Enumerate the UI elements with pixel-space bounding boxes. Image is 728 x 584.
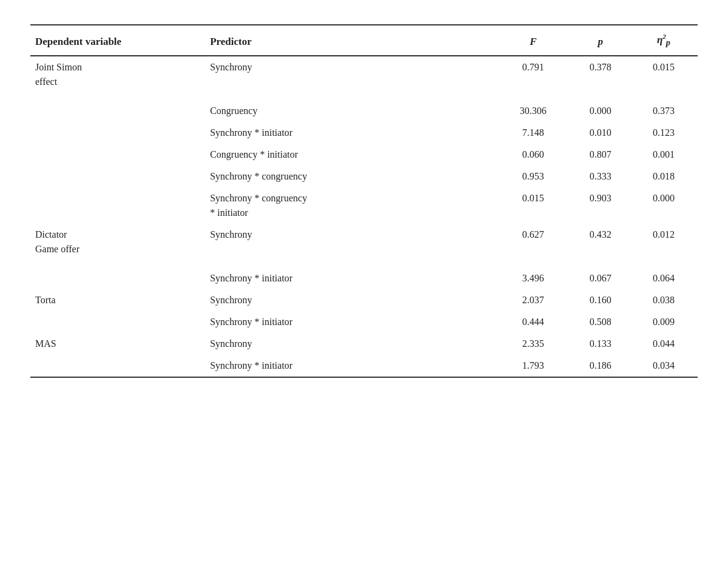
p-value-cell: 0.010 xyxy=(571,122,635,144)
table-row: Synchrony * initiator1.7930.1860.034 xyxy=(30,355,698,377)
eta-value-cell: 0.123 xyxy=(635,122,698,144)
f-value-cell: 3.496 xyxy=(500,267,571,289)
footer-row xyxy=(30,377,698,385)
header-f: F xyxy=(500,25,571,56)
eta-value-cell: 0.373 xyxy=(635,100,698,122)
header-dependent-variable: Dependent variable xyxy=(30,25,205,56)
eta-value-cell: 0.038 xyxy=(635,289,698,311)
predictor-cell: Synchrony xyxy=(205,224,500,260)
f-value-cell: 0.060 xyxy=(500,144,571,166)
dep-var-cell xyxy=(30,144,205,166)
predictor-cell: Synchrony * initiator xyxy=(205,267,500,289)
predictor-cell: Congruency xyxy=(205,100,500,122)
predictor-cell: Synchrony * initiator xyxy=(205,311,500,333)
dep-var-cell xyxy=(30,311,205,333)
dep-var-cell xyxy=(30,267,205,289)
table-row: MASSynchrony2.3350.1330.044 xyxy=(30,333,698,355)
p-value-cell: 0.000 xyxy=(571,100,635,122)
eta-value-cell: 0.015 xyxy=(635,56,698,93)
results-table: Dependent variable Predictor F p η2p Joi… xyxy=(30,24,698,385)
p-value-cell: 0.160 xyxy=(571,289,635,311)
p-value-cell: 0.508 xyxy=(571,311,635,333)
p-value-cell: 0.903 xyxy=(571,187,635,224)
eta-value-cell xyxy=(635,93,698,100)
header-row: Dependent variable Predictor F p η2p xyxy=(30,25,698,56)
p-value-cell: 0.807 xyxy=(571,144,635,166)
dep-var-cell xyxy=(30,355,205,377)
table-row xyxy=(30,93,698,100)
table-row: Synchrony * congruency* initiator0.0150.… xyxy=(30,187,698,224)
eta-value-cell: 0.001 xyxy=(635,144,698,166)
dep-var-cell xyxy=(30,100,205,122)
eta-value-cell: 0.000 xyxy=(635,187,698,224)
table-row: Joint SimoneffectSynchrony0.7910.3780.01… xyxy=(30,56,698,93)
dep-var-cell: MAS xyxy=(30,333,205,355)
eta-value-cell xyxy=(635,260,698,267)
predictor-cell: Synchrony * initiator xyxy=(205,122,500,144)
eta-value-cell: 0.018 xyxy=(635,166,698,187)
predictor-cell: Synchrony * congruency* initiator xyxy=(205,187,500,224)
eta-value-cell: 0.012 xyxy=(635,224,698,260)
p-value-cell: 0.333 xyxy=(571,166,635,187)
f-value-cell: 0.953 xyxy=(500,166,571,187)
table-row: TortaSynchrony2.0370.1600.038 xyxy=(30,289,698,311)
table-row: Congruency * initiator0.0600.8070.001 xyxy=(30,144,698,166)
table-container: Dependent variable Predictor F p η2p Joi… xyxy=(30,24,698,385)
header-eta: η2p xyxy=(635,25,698,56)
dep-var-cell xyxy=(30,166,205,187)
dep-var-cell: Joint Simoneffect xyxy=(30,56,205,93)
dep-var-cell xyxy=(30,260,205,267)
f-value-cell: 2.037 xyxy=(500,289,571,311)
f-value-cell: 0.444 xyxy=(500,311,571,333)
predictor-cell: Congruency * initiator xyxy=(205,144,500,166)
table-row: Synchrony * congruency0.9530.3330.018 xyxy=(30,166,698,187)
predictor-cell: Synchrony xyxy=(205,289,500,311)
p-value-cell: 0.378 xyxy=(571,56,635,93)
f-value-cell: 0.627 xyxy=(500,224,571,260)
p-value-cell: 0.186 xyxy=(571,355,635,377)
predictor-cell: Synchrony xyxy=(205,333,500,355)
p-value-cell xyxy=(571,93,635,100)
f-value-cell: 0.791 xyxy=(500,56,571,93)
predictor-cell: Synchrony * congruency xyxy=(205,166,500,187)
eta-value-cell: 0.034 xyxy=(635,355,698,377)
table-body: Joint SimoneffectSynchrony0.7910.3780.01… xyxy=(30,56,698,377)
dep-var-cell xyxy=(30,187,205,224)
f-value-cell: 7.148 xyxy=(500,122,571,144)
dep-var-cell xyxy=(30,122,205,144)
table-row: DictatorGame offerSynchrony0.6270.4320.0… xyxy=(30,224,698,260)
dep-var-cell: Torta xyxy=(30,289,205,311)
f-value-cell xyxy=(500,93,571,100)
table-row xyxy=(30,260,698,267)
table-row: Synchrony * initiator3.4960.0670.064 xyxy=(30,267,698,289)
predictor-cell xyxy=(205,93,500,100)
f-value-cell: 1.793 xyxy=(500,355,571,377)
table-row: Synchrony * initiator7.1480.0100.123 xyxy=(30,122,698,144)
eta-value-cell: 0.064 xyxy=(635,267,698,289)
header-p: p xyxy=(571,25,635,56)
predictor-cell xyxy=(205,260,500,267)
f-value-cell: 0.015 xyxy=(500,187,571,224)
table-row: Synchrony * initiator0.4440.5080.009 xyxy=(30,311,698,333)
p-value-cell: 0.067 xyxy=(571,267,635,289)
header-predictor: Predictor xyxy=(205,25,500,56)
predictor-cell: Synchrony xyxy=(205,56,500,93)
p-value-cell: 0.133 xyxy=(571,333,635,355)
table-row: Congruency30.3060.0000.373 xyxy=(30,100,698,122)
p-value-cell: 0.432 xyxy=(571,224,635,260)
dep-var-cell xyxy=(30,93,205,100)
p-value-cell xyxy=(571,260,635,267)
f-value-cell: 2.335 xyxy=(500,333,571,355)
eta-value-cell: 0.009 xyxy=(635,311,698,333)
f-value-cell xyxy=(500,260,571,267)
dep-var-cell: DictatorGame offer xyxy=(30,224,205,260)
eta-value-cell: 0.044 xyxy=(635,333,698,355)
f-value-cell: 30.306 xyxy=(500,100,571,122)
predictor-cell: Synchrony * initiator xyxy=(205,355,500,377)
